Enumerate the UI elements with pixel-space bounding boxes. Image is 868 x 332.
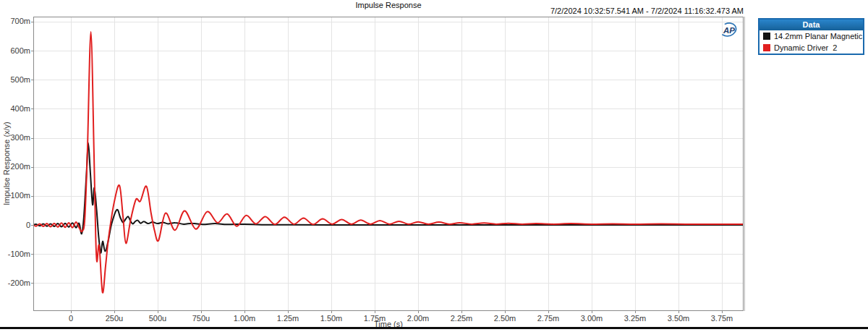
x-tick-label: 2.75m (525, 314, 571, 323)
x-tick-label: 250u (91, 314, 137, 323)
panel-bottom-divider (0, 327, 868, 329)
legend-header: Data (760, 20, 863, 30)
series-color-swatch-black (763, 33, 770, 40)
y-tick-label: 300m (0, 133, 30, 142)
y-tick-label: -200m (0, 278, 30, 287)
x-tick-label: 0 (48, 314, 94, 323)
y-tick-label: 400m (0, 104, 30, 113)
legend-panel: Data 14.2mm Planar Magnetic Dynamic Driv… (758, 18, 864, 55)
x-tick-label: 750u (178, 314, 224, 323)
x-tick-label: 3.75m (699, 314, 745, 323)
audio-precision-logo-icon: AP (718, 21, 743, 40)
plot-area[interactable] (0, 0, 868, 332)
x-tick-label: 1.50m (308, 314, 354, 323)
y-tick-label: 100m (0, 191, 30, 200)
x-tick-label: 500u (135, 314, 181, 323)
x-tick-label: 1.00m (221, 314, 268, 323)
legend-item-dynamic-driver[interactable]: Dynamic Driver 2 (760, 42, 863, 54)
x-tick-label: 2.50m (482, 314, 528, 323)
legend-item-planar-magnetic[interactable]: 14.2mm Planar Magnetic (760, 30, 863, 42)
ap-logo-text: AP (723, 26, 735, 35)
series-color-swatch-red (763, 44, 770, 51)
x-tick-label: 2.25m (438, 314, 485, 323)
legend-item-label: Dynamic Driver 2 (774, 43, 837, 52)
x-tick-label: 3.25m (612, 314, 658, 323)
x-tick-label: 1.75m (352, 314, 398, 323)
y-tick-label: 500m (0, 75, 30, 84)
x-tick-label: 3.00m (569, 314, 615, 323)
y-tick-label: 200m (0, 162, 30, 171)
y-tick-label: 0 (0, 221, 30, 229)
y-tick-label: -100m (0, 250, 30, 258)
y-tick-label: 600m (0, 46, 30, 55)
x-tick-label: 3.50m (655, 314, 702, 323)
x-tick-label: 1.25m (265, 314, 311, 323)
y-tick-label: 700m (0, 17, 30, 25)
x-tick-label: 2.00m (395, 314, 441, 323)
legend-item-label: 14.2mm Planar Magnetic (774, 32, 862, 41)
plot-background (33, 17, 744, 311)
